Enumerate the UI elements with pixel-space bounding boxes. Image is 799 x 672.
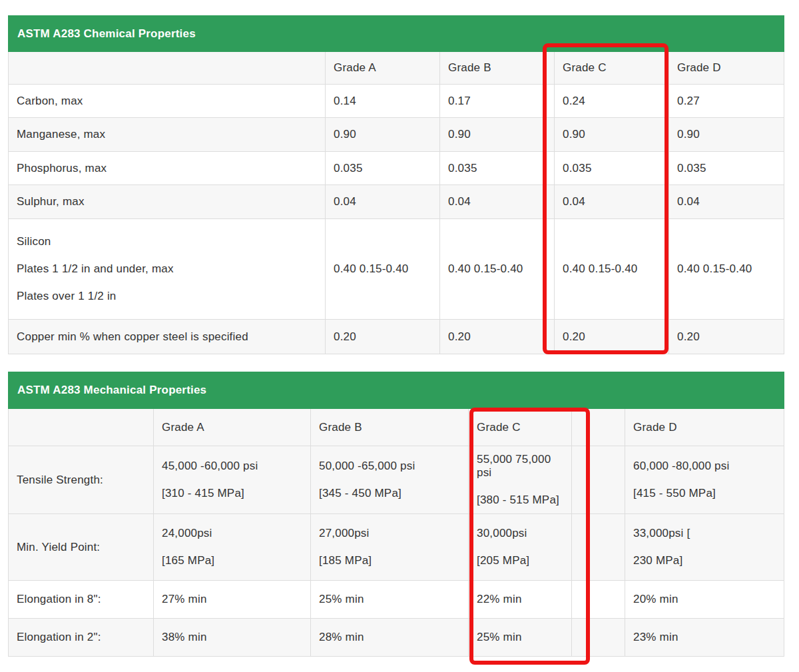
value-line: 60,000 -80,000 psi: [633, 460, 777, 473]
value-line: [415 - 550 MPa]: [633, 487, 777, 500]
value-cell: 0.40 0.15-0.40: [440, 219, 555, 320]
value-cell: 0.035: [440, 152, 555, 185]
value-cell: 0.035: [555, 152, 669, 185]
row-label-carbon: Carbon, max: [9, 85, 326, 118]
value-cell: 0.035: [669, 152, 784, 185]
chemical-title-row: ASTM A283 Chemical Properties: [9, 16, 784, 52]
chemical-table-title: ASTM A283 Chemical Properties: [9, 16, 784, 52]
mechanical-header-row: Grade A Grade B Grade C Grade D: [9, 409, 784, 446]
value-cell: 23% min: [625, 619, 784, 657]
value-line: 230 MPa]: [633, 554, 777, 567]
value-cell: 0.90: [669, 118, 784, 152]
value-line: 24,000psi: [162, 527, 304, 540]
value-cell: 0.90: [326, 118, 440, 152]
table-row: Carbon, max 0.14 0.17 0.24 0.27: [9, 85, 784, 118]
value-cell: 38% min: [154, 619, 311, 657]
column-header-grade-b: Grade B: [311, 409, 469, 446]
table-row: Copper min % when copper steel is specif…: [9, 320, 784, 354]
column-header-grade-a: Grade A: [326, 52, 440, 85]
row-label-sulphur: Sulphur, max: [9, 185, 326, 219]
mechanical-title-row: ASTM A283 Mechanical Properties: [9, 372, 784, 409]
silicon-line: Plates over 1 1/2 in: [17, 290, 318, 303]
value-cell: 0.17: [440, 85, 555, 118]
row-label-manganese: Manganese, max: [9, 118, 326, 152]
row-label-silicon: Silicon Plates 1 1/2 in and under, max P…: [9, 219, 326, 320]
value-cell: 25% min: [469, 619, 572, 657]
row-label-tensile-strength: Tensile Strength:: [9, 446, 154, 514]
value-line: 55,000 75,000 psi: [477, 453, 565, 480]
value-line: [380 - 515 MPa]: [477, 494, 565, 507]
value-cell: 50,000 -65,000 psi [345 - 450 MPa]: [311, 446, 469, 514]
table-row: Tensile Strength: 45,000 -60,000 psi [31…: [9, 446, 784, 514]
silicon-line: Silicon: [17, 235, 318, 248]
value-cell: 28% min: [311, 619, 469, 657]
table-row: Sulphur, max 0.04 0.04 0.04 0.04: [9, 185, 784, 219]
column-header-grade-a: Grade A: [154, 409, 311, 446]
value-cell: 0.40 0.15-0.40: [555, 219, 669, 320]
value-line: 50,000 -65,000 psi: [319, 460, 461, 473]
value-cell: 0.24: [555, 85, 669, 118]
row-label-phosphorus: Phosphorus, max: [9, 152, 326, 185]
column-header-grade-d: Grade D: [669, 52, 784, 85]
silicon-line: Plates 1 1/2 in and under, max: [17, 262, 318, 276]
row-label-copper: Copper min % when copper steel is specif…: [9, 320, 326, 354]
table-row: Manganese, max 0.90 0.90 0.90 0.90: [9, 118, 784, 152]
mechanical-table-title: ASTM A283 Mechanical Properties: [9, 372, 784, 409]
value-cell: 24,000psi [165 MPa]: [154, 514, 311, 581]
value-cell: 0.14: [326, 85, 440, 118]
value-cell: 27,000psi [185 MPa]: [311, 514, 469, 581]
page: { "colors": { "header_green": "#2f9d5a",…: [0, 0, 799, 672]
value-cell: 0.90: [440, 118, 555, 152]
value-line: 30,000psi: [477, 527, 565, 540]
value-cell: 0.04: [669, 185, 784, 219]
value-cell: 20% min: [625, 581, 784, 619]
value-line: [310 - 415 MPa]: [162, 487, 304, 500]
value-cell: 22% min: [469, 581, 572, 619]
spacer-cell: [572, 581, 625, 619]
row-label-min-yield-point: Min. Yield Point:: [9, 514, 154, 581]
spacer-cell: [572, 446, 625, 514]
table-row: Min. Yield Point: 24,000psi [165 MPa] 27…: [9, 514, 784, 581]
column-header-grade-b: Grade B: [440, 52, 555, 85]
value-line: [205 MPa]: [477, 554, 565, 567]
value-cell: 0.20: [326, 320, 440, 354]
table-row: Phosphorus, max 0.035 0.035 0.035 0.035: [9, 152, 784, 185]
row-label-elongation-8: Elongation in 8":: [9, 581, 154, 619]
chemical-header-row: Grade A Grade B Grade C Grade D: [9, 52, 784, 85]
column-header-blank: [9, 52, 326, 85]
value-cell: 60,000 -80,000 psi [415 - 550 MPa]: [625, 446, 784, 514]
spacer-cell: [572, 619, 625, 657]
value-cell: 0.035: [326, 152, 440, 185]
chemical-properties-table: ASTM A283 Chemical Properties Grade A Gr…: [8, 15, 784, 354]
value-cell: 0.27: [669, 85, 784, 118]
value-cell: 0.20: [555, 320, 669, 354]
value-line: 45,000 -60,000 psi: [162, 460, 304, 473]
value-cell: 55,000 75,000 psi [380 - 515 MPa]: [469, 446, 572, 514]
value-cell: 33,000psi [ 230 MPa]: [625, 514, 784, 581]
value-line: [345 - 450 MPa]: [319, 487, 461, 500]
table-row: Elongation in 8": 27% min 25% min 22% mi…: [9, 581, 784, 619]
value-cell: 0.20: [669, 320, 784, 354]
table-row: Elongation in 2": 38% min 28% min 25% mi…: [9, 619, 784, 657]
value-cell: 30,000psi [205 MPa]: [469, 514, 572, 581]
mechanical-properties-table: ASTM A283 Mechanical Properties Grade A …: [8, 372, 784, 657]
value-line: 27,000psi: [319, 527, 461, 540]
column-header-grade-d: Grade D: [625, 409, 784, 446]
column-header-blank: [9, 409, 154, 446]
value-line: [185 MPa]: [319, 554, 461, 567]
table-row: Silicon Plates 1 1/2 in and under, max P…: [9, 219, 784, 320]
value-cell: 0.90: [555, 118, 669, 152]
value-cell: 25% min: [311, 581, 469, 619]
spacer-cell: [572, 514, 625, 581]
value-cell: 0.40 0.15-0.40: [326, 219, 440, 320]
column-header-grade-c: Grade C: [469, 409, 572, 446]
value-cell: 0.04: [326, 185, 440, 219]
value-cell: 45,000 -60,000 psi [310 - 415 MPa]: [154, 446, 311, 514]
value-cell: 0.20: [440, 320, 555, 354]
row-label-elongation-2: Elongation in 2":: [9, 619, 154, 657]
value-line: 33,000psi [: [633, 527, 777, 540]
value-cell: 0.40 0.15-0.40: [669, 219, 784, 320]
column-header-spacer: [572, 409, 625, 446]
value-line: [165 MPa]: [162, 554, 304, 567]
value-cell: 0.04: [440, 185, 555, 219]
